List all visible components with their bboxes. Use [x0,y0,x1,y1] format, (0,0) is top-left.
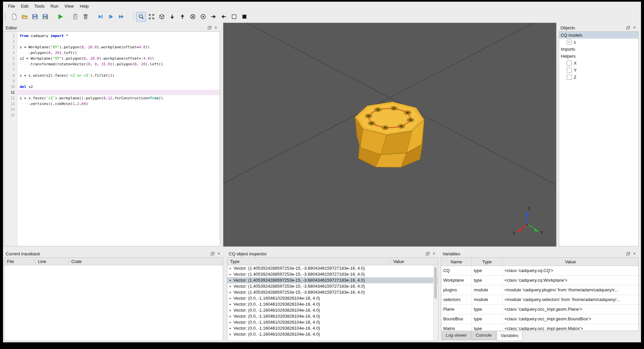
menu-view[interactable]: View [62,2,77,10]
code-line[interactable]: 13····.vertices().cskHole(1,2,60) [4,101,220,107]
inspector-row[interactable]: ▸Vector: (1.4053924288597253e-15, -3.680… [227,277,438,283]
checkbox-unchecked[interactable] [567,75,572,80]
view-front-button[interactable] [188,12,197,22]
toolbar-drag-handle[interactable] [5,13,7,20]
inspector-scrollbar[interactable] [433,265,438,340]
viewport-3d[interactable]: Z X Y [223,23,556,247]
variable-row[interactable]: pluginsmodule<module 'cadquery.plugins' … [441,285,638,295]
variable-row[interactable]: Planetype<class 'cadquery.occ_impl.geom.… [441,305,638,314]
inspector-row[interactable]: ▸Vector: (0.0, -1.1604610293826104e-16, … [227,331,438,337]
inspector-row[interactable]: ▸Vector: (1.4053924288597253e-15, -3.680… [227,283,438,289]
close-panel-button[interactable]: × [216,251,221,256]
view-top-button[interactable] [177,12,187,22]
code-line[interactable]: 10del s2 [4,84,220,90]
open-button[interactable] [20,12,29,22]
column-header-value[interactable]: Value [502,258,638,266]
menu-tools[interactable]: Tools [31,2,47,10]
expand-icon[interactable]: ▸ [227,265,233,271]
expand-icon[interactable]: ▸ [227,307,233,313]
expand-icon[interactable]: ▸ [227,277,233,283]
view-right-button[interactable] [208,12,218,22]
tab-log-viewer[interactable]: Log viewer [442,331,471,340]
inspector-row[interactable]: ▸Vector: (0.0, -1.1604610293826104e-16, … [227,319,438,325]
checkbox-unchecked[interactable] [567,61,572,66]
column-header-file[interactable]: File [4,258,35,265]
tree-item-z[interactable]: Z [559,74,638,81]
column-header-value[interactable]: Value [391,258,438,265]
code-line[interactable]: 2 [4,39,220,44]
paste-button[interactable] [70,12,80,22]
code-line[interactable]: 5s2 = Workplane("XY").polygon(8, 20.0).w… [4,56,220,61]
column-header-code[interactable]: Code [69,258,223,265]
variable-row[interactable]: CQtype<class 'cadquery.cq.CQ'> [441,266,638,276]
code-line[interactable]: 8s = s.union(s2).faces('>Z or <Z').fille… [4,73,220,78]
expand-icon[interactable]: ▸ [227,301,233,307]
expand-icon[interactable]: ▸ [227,289,233,295]
undock-button[interactable] [210,251,215,256]
debug-step-in-button[interactable] [106,12,116,22]
column-header-line[interactable]: Line [35,258,69,265]
variable-row[interactable]: BoundBoxtype<class 'cadquery.occ_impl.ge… [441,314,638,324]
debug-continue-button[interactable] [116,12,126,22]
inspector-row[interactable]: ▸Vector: (0.0, -1.1604610293826104e-16, … [227,313,438,319]
scrollbar-thumb[interactable] [434,267,437,299]
shaded-button[interactable] [239,12,249,22]
wireframe-button[interactable] [229,12,239,22]
tree-item-helpers[interactable]: Helpers [559,53,638,60]
tree-item-cq-models[interactable]: CQ models [559,32,638,39]
undock-button[interactable] [207,25,212,30]
tab-console[interactable]: Console [472,331,496,340]
code-line[interactable]: 14 [4,107,220,112]
variable-row[interactable]: Workplanetype<class 'cadquery.cq.Workpla… [441,276,638,285]
expand-icon[interactable]: ▸ [227,295,233,301]
view-bottom-button[interactable] [167,12,177,22]
menu-run[interactable]: Run [48,2,62,10]
view-left-button[interactable] [219,12,228,22]
column-header-type[interactable]: Type [227,258,391,265]
menu-help[interactable]: Help [77,2,92,10]
undock-button[interactable] [625,251,631,256]
inspector-row[interactable]: ▸Vector: (0.0, -1.1604610293826104e-16, … [227,307,438,313]
iso-view-button[interactable] [157,12,166,22]
debug-step-button[interactable] [96,12,105,22]
column-header-type[interactable]: Type [472,258,502,266]
code-line[interactable]: 4····.polygon(8, 20).loft() [4,50,220,56]
column-header-name[interactable]: Name [441,258,472,266]
expand-icon[interactable]: ▸ [227,319,233,325]
tree-item-s[interactable]: ✓s [559,39,638,46]
undock-button[interactable] [425,251,430,256]
code-line[interactable]: 9 [4,78,220,84]
tab-variables[interactable]: Variables [496,331,523,341]
expand-icon[interactable]: ▸ [227,313,233,319]
code-line[interactable]: 11 [4,90,220,95]
run-button[interactable] [55,12,65,22]
expand-icon[interactable]: ▸ [227,271,233,277]
tree-item-imports[interactable]: Imports [559,46,638,53]
editor-code[interactable]: 1from cadquery import *23s = Workplane("… [4,32,220,246]
zoom-button[interactable] [136,12,146,22]
save-button[interactable] [30,12,40,22]
cad-model[interactable] [355,102,424,167]
code-line[interactable]: 12s = s.faces('>Z').workplane().polygon(… [4,95,220,101]
inspector-row[interactable]: ▸Vector: (0.0, -1.1604610293826104e-16, … [227,325,438,331]
variable-row[interactable]: selectorsmodule<module 'cadquery.selecto… [441,295,638,305]
close-panel-button[interactable]: × [213,25,218,30]
code-line[interactable]: 15 [4,112,220,118]
menu-edit[interactable]: Edit [18,2,31,10]
code-line[interactable]: 3s = Workplane("XY").polygon(8, 20.0).wo… [4,44,220,50]
code-line[interactable]: 6····.transformed(rotate=Vector(0, 0, 15… [4,61,220,67]
expand-icon[interactable]: ▸ [227,325,233,331]
fit-view-button[interactable] [147,12,156,22]
delete-button[interactable] [81,12,90,22]
new-file-button[interactable] [9,12,19,22]
inspector-row[interactable]: ▸Vector: (1.4053924288597253e-15, -3.680… [227,271,438,277]
inspector-row[interactable]: ▸Vector: (1.4053924288597253e-15, -3.680… [227,289,438,295]
checkbox-unchecked[interactable] [567,68,572,73]
tree-item-y[interactable]: Y [559,67,638,74]
close-panel-button[interactable]: × [632,25,637,30]
view-back-button[interactable] [198,12,208,22]
save-as-button[interactable] [40,12,50,22]
close-panel-button[interactable]: × [632,251,637,256]
checkbox-checked[interactable]: ✓ [567,40,572,45]
inspector-row[interactable]: ▸Vector: (1.4053924288597253e-15, -3.680… [227,265,438,271]
